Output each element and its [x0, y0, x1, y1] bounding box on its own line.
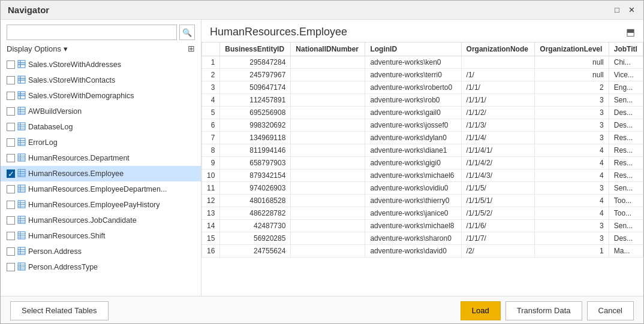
- cell-business-entity-id: 998320692: [220, 119, 291, 132]
- tree-item-checkbox[interactable]: [7, 263, 15, 271]
- cell-login-id: adventure-works\jossef0: [365, 119, 461, 132]
- cell-national-id-number: [291, 107, 365, 119]
- tree-container[interactable]: Sales.vStoreWithAddressesSales.vStoreWit…: [1, 57, 201, 296]
- cell-national-id-number: [291, 94, 365, 107]
- display-options-button[interactable]: Display Options ▾: [7, 44, 68, 53]
- table-icon: [17, 247, 26, 257]
- table-icon: [17, 122, 26, 132]
- svg-rect-51: [20, 216, 20, 223]
- window-title: Navigator: [8, 5, 49, 15]
- preview-icon-button[interactable]: ⬒: [626, 26, 635, 38]
- tree-item-checkbox[interactable]: [7, 154, 15, 162]
- tree-item[interactable]: Person.AddressType: [1, 259, 201, 275]
- table-row: 1442487730adventure-works\michael8/1/1/6…: [202, 220, 643, 232]
- tree-item[interactable]: AWBuildVersion: [1, 104, 201, 119]
- tree-item[interactable]: HumanResources.Department: [1, 150, 201, 166]
- svg-rect-24: [18, 142, 25, 143]
- tree-item-checkbox[interactable]: [7, 185, 15, 193]
- tree-item[interactable]: HumanResources.EmployeeDepartmen...: [1, 181, 201, 197]
- svg-rect-49: [18, 220, 25, 220]
- tree-item-label: Sales.vStoreWithContacts: [28, 76, 115, 84]
- cell-job-title: Sen...: [609, 220, 643, 232]
- search-input[interactable]: [7, 25, 177, 40]
- tree-item-checkbox[interactable]: [7, 201, 15, 209]
- tree-item-label: HumanResources.EmployeeDepartmen...: [28, 185, 167, 193]
- cell-org-node: [461, 56, 535, 69]
- load-button[interactable]: Load: [461, 301, 501, 320]
- svg-rect-60: [18, 253, 25, 253]
- tree-item-checkbox[interactable]: [7, 216, 15, 225]
- tree-item-label: Person.Address: [28, 247, 82, 256]
- cancel-button[interactable]: Cancel: [587, 301, 634, 320]
- tree-item-checkbox[interactable]: [7, 76, 15, 84]
- svg-rect-39: [18, 189, 25, 189]
- tree-item[interactable]: HumanResources.EmployeePayHistory: [1, 197, 201, 213]
- view-icon: [17, 60, 26, 70]
- tree-item-checkbox[interactable]: [7, 232, 15, 240]
- select-related-tables-button[interactable]: Select Related Tables: [10, 301, 109, 320]
- tree-item-checkbox[interactable]: ✓: [7, 169, 15, 178]
- svg-rect-3: [20, 60, 21, 68]
- close-button[interactable]: ✕: [627, 5, 636, 15]
- title-bar: Navigator □ ✕: [1, 1, 643, 20]
- transform-data-button[interactable]: Transform Data: [505, 301, 582, 320]
- tree-item[interactable]: Sales.vStoreWithAddresses: [1, 57, 201, 72]
- tree-item[interactable]: Person.Address: [1, 244, 201, 259]
- data-table-wrapper[interactable]: BusinessEntityIDNationalIDNumberLoginIDO…: [201, 42, 643, 296]
- cell-org-level: null: [535, 69, 609, 81]
- table-row: 10879342154adventure-works\michael6/1/1/…: [202, 169, 643, 182]
- svg-rect-56: [20, 232, 20, 239]
- tree-item[interactable]: Sales.vStoreWithDemographics: [1, 88, 201, 104]
- tree-item-checkbox[interactable]: [7, 60, 15, 69]
- svg-rect-14: [18, 111, 25, 111]
- svg-rect-20: [18, 128, 25, 129]
- tree-item-label: HumanResources.Shift: [28, 232, 106, 240]
- refresh-icon-button[interactable]: ⊞: [188, 44, 195, 53]
- cell-login-id: adventure-works\ken0: [365, 56, 461, 69]
- svg-rect-6: [18, 80, 25, 81]
- cell-national-id-number: [291, 132, 365, 144]
- cell-business-entity-id: 695256908: [220, 107, 291, 119]
- svg-rect-57: [18, 247, 25, 255]
- svg-rect-65: [18, 268, 25, 269]
- tree-item[interactable]: Sales.vStoreWithContacts: [1, 72, 201, 88]
- cell-rownum: 11: [202, 182, 220, 195]
- tree-item-checkbox[interactable]: [7, 138, 15, 147]
- cell-login-id: adventure-works\janice0: [365, 207, 461, 220]
- table-icon: [17, 231, 26, 241]
- col-header-rownum: [202, 43, 220, 56]
- display-options-arrow: ▾: [64, 44, 68, 53]
- window-controls: □ ✕: [612, 5, 636, 15]
- cell-business-entity-id: 56920285: [220, 232, 291, 245]
- cell-rownum: 14: [202, 220, 220, 232]
- table-icon: [17, 200, 26, 210]
- minimize-button[interactable]: □: [612, 5, 622, 15]
- cell-org-node: /1/1/3/: [461, 119, 535, 132]
- tree-item[interactable]: HumanResources.JobCandidate: [1, 213, 201, 228]
- tree-item-label: ErrorLog: [28, 138, 58, 147]
- tree-item-checkbox[interactable]: [7, 247, 15, 256]
- cell-org-node: /1/1/7/: [461, 232, 535, 245]
- cell-org-node: /1/1/1/: [461, 94, 535, 107]
- preview-title: HumanResources.Employee: [210, 26, 347, 38]
- tree-item-checkbox[interactable]: [7, 123, 15, 131]
- tree-item-checkbox[interactable]: [7, 92, 15, 100]
- tree-item-checkbox[interactable]: [7, 107, 15, 116]
- cell-job-title: Des...: [609, 119, 643, 132]
- cell-rownum: 7: [202, 132, 220, 144]
- cell-national-id-number: [291, 169, 365, 182]
- cell-login-id: adventure-works\ovidiu0: [365, 182, 461, 195]
- svg-rect-40: [18, 190, 25, 191]
- tree-item-label: HumanResources.EmployeePayHistory: [28, 201, 160, 209]
- search-button[interactable]: 🔍: [179, 25, 195, 40]
- tree-item[interactable]: DatabaseLog: [1, 119, 201, 135]
- tree-item[interactable]: HumanResources.Shift: [1, 228, 201, 244]
- cell-org-level: 3: [535, 119, 609, 132]
- cell-business-entity-id: 658797903: [220, 157, 291, 169]
- cell-org-node: /1/1/4/2/: [461, 157, 535, 169]
- table-row: 7134969118adventure-works\dylan0/1/1/4/3…: [202, 132, 643, 144]
- tree-item[interactable]: ✓HumanResources.Employee: [1, 166, 201, 181]
- tree-item[interactable]: ErrorLog: [1, 135, 201, 150]
- cell-rownum: 6: [202, 119, 220, 132]
- cell-job-title: Res...: [609, 169, 643, 182]
